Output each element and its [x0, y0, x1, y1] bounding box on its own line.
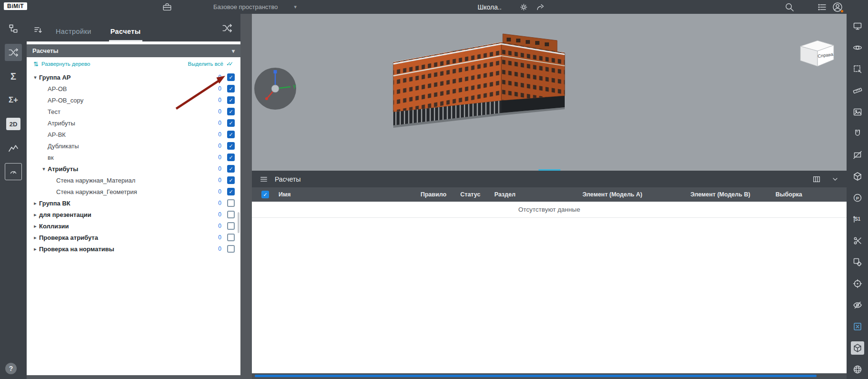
briefcase-icon[interactable] — [162, 0, 172, 14]
calculations-section-header[interactable]: Расчеты ▾ — [27, 44, 240, 57]
column-header[interactable]: Элемент (Модель В) — [690, 191, 776, 198]
project-settings-button[interactable] — [519, 3, 528, 11]
column-header[interactable]: Правило — [420, 191, 460, 198]
hide-elements-button[interactable] — [851, 298, 864, 312]
tree-item-count: 0 — [215, 154, 221, 161]
model-settings-button[interactable] — [851, 256, 864, 269]
focus-button[interactable] — [851, 277, 864, 290]
tree-item[interactable]: ▾Атрибуты0✓ — [27, 163, 240, 174]
view-2d-button[interactable]: 2D — [5, 115, 22, 133]
tree-item[interactable]: ▸Проверка на нормативы0 — [27, 243, 240, 255]
tree-expander-icon[interactable]: ▾ — [31, 74, 39, 81]
tree-item[interactable]: АР-ОВ0✓ — [27, 83, 240, 94]
clear-selection-button[interactable] — [851, 320, 864, 333]
tree-item-count: 0 — [215, 120, 221, 126]
tree-item-checkbox[interactable] — [227, 211, 235, 218]
tree-item-checkbox[interactable]: ✓ — [227, 176, 235, 184]
help-button[interactable]: ? — [5, 363, 17, 374]
tree-item[interactable]: вк0✓ — [27, 152, 240, 163]
tab-calculations[interactable]: Расчеты — [109, 28, 142, 41]
magnet-button[interactable] — [851, 127, 864, 140]
sphere-mode-button[interactable] — [851, 363, 864, 376]
columns-icon[interactable] — [812, 175, 821, 184]
tree-item[interactable]: Стена наружная_Материал0✓ — [27, 174, 240, 186]
tree-item-checkbox[interactable] — [227, 222, 235, 230]
tree-item[interactable]: Стена наружная_Геометрия0✓ — [27, 186, 240, 197]
menu-icon[interactable] — [259, 175, 268, 184]
panel-resize-handle[interactable] — [539, 169, 560, 171]
svg-text:S1: S1 — [854, 216, 860, 222]
tree-item-checkbox[interactable]: ✓ — [227, 108, 235, 115]
model-tree-button[interactable] — [5, 20, 22, 37]
tree-item[interactable]: Атрибуты0✓ — [27, 117, 240, 129]
select-all-checkbox[interactable]: ✓ — [261, 191, 269, 198]
column-header[interactable]: Элемент (Модель А) — [582, 191, 690, 198]
expand-tree-button[interactable]: ⇅ Развернуть дерево — [33, 61, 90, 68]
share-icon[interactable] — [536, 3, 544, 11]
account-icon[interactable] — [832, 0, 843, 14]
column-header[interactable]: Раздел — [494, 191, 582, 198]
tree-item[interactable]: ▸Коллизии0 — [27, 220, 240, 232]
sum-plus-button[interactable]: Σ+ — [5, 92, 22, 109]
tree-expander-icon[interactable]: ▾ — [40, 166, 48, 172]
column-header[interactable]: Имя — [279, 191, 420, 198]
tree-item[interactable]: Тест0✓ — [27, 106, 240, 117]
section-box-button[interactable] — [851, 170, 864, 183]
column-header[interactable]: Статус — [460, 191, 495, 198]
search-icon[interactable] — [784, 0, 794, 14]
screen-share-button[interactable] — [851, 20, 864, 33]
tree-item-checkbox[interactable]: ✓ — [227, 188, 235, 195]
navigation-gizmo[interactable]: Y — [253, 66, 298, 111]
horizontal-scrollbar-thumb[interactable] — [255, 375, 817, 377]
tree-item[interactable]: ▸Проверка атрибута0 — [27, 232, 240, 243]
tree-item-checkbox[interactable] — [227, 234, 235, 241]
tab-settings[interactable]: Настройки — [54, 28, 93, 41]
tree-expander-icon[interactable]: ▸ — [31, 200, 39, 206]
select-all-button[interactable]: Выделить всё ✓✓ — [188, 61, 234, 67]
checks-button[interactable] — [5, 44, 22, 61]
storey-button[interactable]: S1 — [851, 213, 864, 226]
cube-view-button[interactable] — [851, 341, 864, 355]
tree-expander-icon[interactable]: ▸ — [31, 235, 39, 241]
image-button[interactable] — [851, 105, 864, 119]
tree-item-checkbox[interactable]: ✓ — [227, 154, 235, 161]
column-header[interactable]: Выборка — [776, 191, 847, 198]
horizontal-scrollbar-track[interactable] — [252, 373, 847, 379]
cut-button[interactable] — [851, 234, 864, 247]
tree-expander-icon[interactable]: ▸ — [31, 223, 39, 229]
tree-item[interactable]: ▸Группа ВК0 — [27, 197, 240, 209]
tree-item-count: 0 — [215, 211, 221, 218]
properties-button[interactable]: P — [851, 191, 864, 205]
tree-item[interactable]: Дубликаты0✓ — [27, 140, 240, 152]
dashboard-button[interactable] — [5, 163, 22, 180]
view-cube[interactable]: Справа — [796, 36, 838, 68]
tree-item[interactable]: ▾Группа АР0✓ — [27, 72, 240, 83]
tree-item-checkbox[interactable] — [227, 245, 235, 253]
tree-item-checkbox[interactable]: ✓ — [227, 119, 235, 127]
list-menu-icon[interactable] — [818, 0, 827, 14]
chart-button[interactable] — [5, 139, 22, 156]
viewport-3d[interactable]: Y Справа — [252, 14, 847, 171]
tree-item-checkbox[interactable]: ✓ — [227, 85, 235, 92]
tree-item-checkbox[interactable]: ✓ — [227, 96, 235, 104]
tree-item[interactable]: АР-ОВ_copy0✓ — [27, 94, 240, 106]
tree-item-checkbox[interactable] — [227, 199, 235, 207]
tree-expander-icon[interactable]: ▸ — [31, 212, 39, 218]
orbit-button[interactable] — [851, 41, 864, 54]
tree-item-checkbox[interactable]: ✓ — [227, 142, 235, 150]
sum-button[interactable]: Σ — [5, 68, 22, 85]
area-select-button[interactable] — [851, 62, 864, 76]
tree-item[interactable]: АР-ВК0✓ — [27, 129, 240, 140]
collapse-panel-icon[interactable] — [831, 175, 839, 183]
tree-item[interactable]: ▸для презентации0 — [27, 209, 240, 220]
section-plane-button[interactable] — [851, 148, 864, 162]
measure-button[interactable] — [851, 84, 864, 97]
shuffle-icon[interactable] — [221, 22, 233, 36]
tree-item-checkbox[interactable]: ✓ — [227, 131, 235, 138]
panel-scrollbar[interactable] — [238, 212, 239, 233]
tree-item-checkbox[interactable]: ✓ — [227, 165, 235, 173]
workspace-selector[interactable]: Базовое пространство ▾ — [213, 0, 297, 14]
tree-sort-icon[interactable] — [33, 25, 43, 37]
tree-expander-icon[interactable]: ▸ — [31, 246, 39, 252]
tree-item-checkbox[interactable]: ✓ — [227, 73, 235, 81]
